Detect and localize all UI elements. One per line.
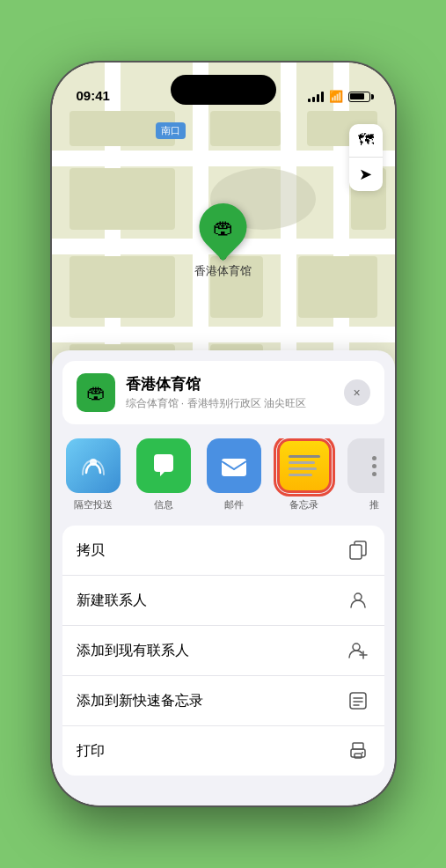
place-card: 🏟 香港体育馆 综合体育馆 · 香港特别行政区 油尖旺区 × [62,361,384,424]
svg-point-4 [355,593,362,600]
action-add-existing-label: 添加到现有联系人 [77,642,189,660]
action-print-label: 打印 [77,742,105,761]
svg-rect-12 [353,743,363,749]
share-item-messages[interactable]: 信息 [133,438,194,511]
signal-icon [308,92,324,102]
svg-point-5 [353,644,360,651]
share-scroll: 隔空投送 信息 [62,438,384,515]
person-add-icon [346,638,370,663]
action-quick-note-label: 添加到新快速备忘录 [77,692,203,710]
action-new-contact[interactable]: 新建联系人 [62,576,384,626]
map-type-button[interactable]: 🗺 [349,124,383,158]
place-info: 香港体育馆 综合体育馆 · 香港特别行政区 油尖旺区 [126,374,306,411]
phone-screen: 09:41 📶 [52,63,395,805]
place-icon: 🏟 [77,373,115,412]
share-item-mail[interactable]: 邮件 [203,438,265,511]
marker-label: 香港体育馆 [194,263,252,279]
bottom-sheet: 🏟 香港体育馆 综合体育馆 · 香港特别行政区 油尖旺区 × [52,350,395,805]
svg-rect-1 [222,459,246,476]
map-location-label: 南口 [156,122,186,139]
place-subtitle: 综合体育馆 · 香港特别行政区 油尖旺区 [126,396,306,411]
mail-icon [207,438,261,493]
messages-icon [136,438,191,493]
wifi-icon: 📶 [329,90,343,103]
phone-frame: 09:41 📶 [52,63,395,805]
share-item-notes[interactable]: 备忘录 [274,438,335,511]
action-list: 拷贝 新建联系人 [62,526,384,776]
status-bar: 09:41 📶 [52,63,395,110]
location-button[interactable]: ➤ [349,158,383,191]
action-copy[interactable]: 拷贝 [62,526,384,576]
marker-icon: 🏟 [213,215,234,239]
action-print[interactable]: 打印 [62,726,384,776]
action-new-contact-label: 新建联系人 [77,592,147,610]
status-icons: 📶 [308,90,370,103]
airdrop-label: 隔空投送 [74,498,113,511]
action-quick-note[interactable]: 添加到新快速备忘录 [62,676,384,726]
battery-icon [348,92,370,102]
share-row: 隔空投送 信息 [52,424,395,515]
person-icon [346,588,370,613]
notes-lines [289,455,320,476]
memo-icon [346,688,370,713]
mail-label: 邮件 [224,498,244,511]
marker-pin: 🏟 [189,194,256,261]
svg-rect-3 [350,545,362,559]
messages-label: 信息 [154,498,173,511]
action-add-existing-contact[interactable]: 添加到现有联系人 [62,626,384,676]
share-item-airdrop[interactable]: 隔空投送 [62,438,124,511]
status-time: 09:41 [77,88,110,103]
notes-icon [277,438,332,493]
share-item-more[interactable]: 推 [344,438,384,511]
stadium-marker: 🏟 香港体育馆 [194,203,252,279]
svg-rect-8 [350,693,366,709]
more-dots [372,456,377,476]
svg-point-15 [362,752,363,754]
copy-icon [346,538,370,563]
place-name: 香港体育馆 [126,374,306,394]
more-icon [347,438,384,493]
notes-label: 备忘录 [289,498,318,511]
svg-rect-14 [355,754,362,758]
action-copy-label: 拷贝 [77,541,105,560]
place-card-left: 🏟 香港体育馆 综合体育馆 · 香港特别行政区 油尖旺区 [77,373,306,412]
map-controls: 🗺 ➤ [349,124,383,191]
print-icon [346,739,370,763]
airdrop-icon [66,438,121,493]
close-button[interactable]: × [344,379,370,406]
more-label: 推 [369,498,379,511]
